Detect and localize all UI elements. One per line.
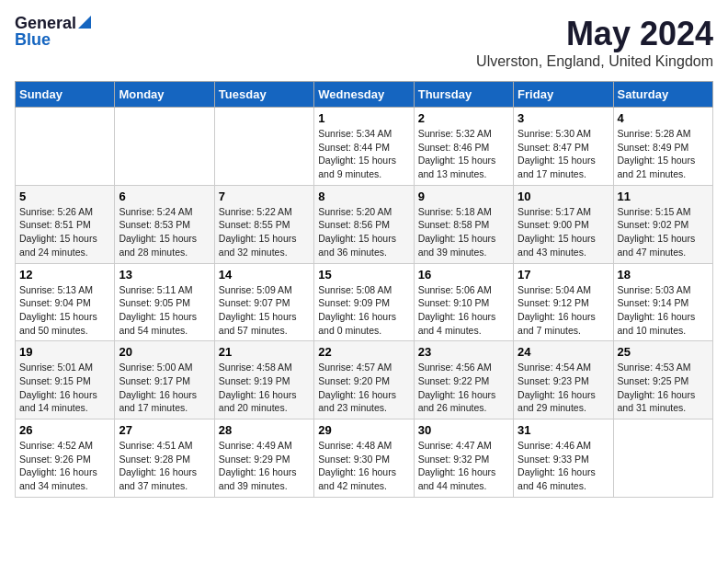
day-info: Sunrise: 4:49 AM Sunset: 9:29 PM Dayligh… bbox=[219, 439, 310, 493]
day-number: 4 bbox=[618, 111, 709, 125]
day-number: 23 bbox=[418, 345, 509, 359]
day-number: 1 bbox=[318, 111, 409, 125]
day-number: 7 bbox=[219, 190, 310, 203]
day-info: Sunrise: 5:30 AM Sunset: 8:47 PM Dayligh… bbox=[518, 127, 609, 181]
calendar-cell: 2Sunrise: 5:32 AM Sunset: 8:46 PM Daylig… bbox=[414, 108, 513, 186]
calendar-cell: 28Sunrise: 4:49 AM Sunset: 9:29 PM Dayli… bbox=[214, 419, 313, 498]
calendar-cell: 19Sunrise: 5:01 AM Sunset: 9:15 PM Dayli… bbox=[16, 341, 115, 419]
day-info: Sunrise: 5:04 AM Sunset: 9:12 PM Dayligh… bbox=[518, 283, 609, 338]
day-number: 27 bbox=[119, 423, 210, 437]
day-number: 18 bbox=[618, 268, 709, 282]
weekday-header-wednesday: Wednesday bbox=[314, 82, 414, 108]
day-number: 8 bbox=[318, 190, 409, 203]
day-info: Sunrise: 5:03 AM Sunset: 9:14 PM Dayligh… bbox=[618, 283, 709, 338]
calendar-cell: 10Sunrise: 5:17 AM Sunset: 9:00 PM Dayli… bbox=[514, 185, 613, 263]
calendar-cell bbox=[613, 419, 712, 498]
logo: General Blue bbox=[15, 15, 91, 48]
svg-marker-0 bbox=[78, 16, 91, 29]
calendar-cell: 18Sunrise: 5:03 AM Sunset: 9:14 PM Dayli… bbox=[613, 263, 712, 341]
calendar-cell: 1Sunrise: 5:34 AM Sunset: 8:44 PM Daylig… bbox=[314, 108, 414, 186]
day-info: Sunrise: 4:58 AM Sunset: 9:19 PM Dayligh… bbox=[219, 361, 310, 415]
day-info: Sunrise: 5:11 AM Sunset: 9:05 PM Dayligh… bbox=[119, 283, 210, 338]
weekday-header-sunday: Sunday bbox=[16, 82, 115, 108]
day-info: Sunrise: 5:26 AM Sunset: 8:51 PM Dayligh… bbox=[19, 205, 110, 259]
day-number: 19 bbox=[19, 345, 110, 359]
day-info: Sunrise: 5:09 AM Sunset: 9:07 PM Dayligh… bbox=[219, 283, 310, 338]
day-number: 17 bbox=[518, 268, 609, 282]
day-number: 3 bbox=[518, 111, 609, 125]
calendar-cell: 11Sunrise: 5:15 AM Sunset: 9:02 PM Dayli… bbox=[613, 185, 712, 263]
calendar-cell: 24Sunrise: 4:54 AM Sunset: 9:23 PM Dayli… bbox=[514, 341, 613, 419]
day-info: Sunrise: 5:32 AM Sunset: 8:46 PM Dayligh… bbox=[418, 127, 509, 181]
calendar-cell: 12Sunrise: 5:13 AM Sunset: 9:04 PM Dayli… bbox=[16, 263, 115, 341]
location-title: Ulverston, England, United Kingdom bbox=[476, 53, 713, 70]
day-number: 31 bbox=[518, 423, 609, 437]
day-number: 12 bbox=[19, 268, 110, 282]
day-number: 20 bbox=[119, 345, 210, 359]
calendar-cell: 4Sunrise: 5:28 AM Sunset: 8:49 PM Daylig… bbox=[613, 108, 712, 186]
day-info: Sunrise: 5:15 AM Sunset: 9:02 PM Dayligh… bbox=[618, 205, 709, 259]
day-number: 13 bbox=[119, 268, 210, 282]
calendar-cell: 13Sunrise: 5:11 AM Sunset: 9:05 PM Dayli… bbox=[115, 263, 214, 341]
day-info: Sunrise: 5:20 AM Sunset: 8:56 PM Dayligh… bbox=[318, 205, 409, 259]
logo-arrow-icon bbox=[78, 16, 91, 31]
day-number: 24 bbox=[518, 345, 609, 359]
day-info: Sunrise: 5:06 AM Sunset: 9:10 PM Dayligh… bbox=[418, 283, 509, 338]
calendar-cell: 23Sunrise: 4:56 AM Sunset: 9:22 PM Dayli… bbox=[414, 341, 513, 419]
day-info: Sunrise: 4:57 AM Sunset: 9:20 PM Dayligh… bbox=[318, 361, 409, 415]
day-info: Sunrise: 5:28 AM Sunset: 8:49 PM Dayligh… bbox=[618, 127, 709, 181]
calendar-cell: 7Sunrise: 5:22 AM Sunset: 8:55 PM Daylig… bbox=[214, 185, 313, 263]
day-info: Sunrise: 4:56 AM Sunset: 9:22 PM Dayligh… bbox=[418, 361, 509, 415]
calendar-cell bbox=[214, 108, 313, 186]
day-number: 25 bbox=[618, 345, 709, 359]
calendar-cell: 29Sunrise: 4:48 AM Sunset: 9:30 PM Dayli… bbox=[314, 419, 414, 498]
weekday-header-saturday: Saturday bbox=[613, 82, 712, 108]
day-info: Sunrise: 5:18 AM Sunset: 8:58 PM Dayligh… bbox=[418, 205, 509, 259]
calendar-cell: 17Sunrise: 5:04 AM Sunset: 9:12 PM Dayli… bbox=[514, 263, 613, 341]
day-info: Sunrise: 4:51 AM Sunset: 9:28 PM Dayligh… bbox=[119, 439, 210, 493]
calendar-cell: 16Sunrise: 5:06 AM Sunset: 9:10 PM Dayli… bbox=[414, 263, 513, 341]
calendar-cell: 5Sunrise: 5:26 AM Sunset: 8:51 PM Daylig… bbox=[16, 185, 115, 263]
calendar-cell: 15Sunrise: 5:08 AM Sunset: 9:09 PM Dayli… bbox=[314, 263, 414, 341]
logo-general: General bbox=[15, 15, 76, 31]
day-number: 10 bbox=[518, 190, 609, 203]
day-info: Sunrise: 5:08 AM Sunset: 9:09 PM Dayligh… bbox=[318, 283, 409, 338]
calendar-cell bbox=[16, 108, 115, 186]
day-info: Sunrise: 5:22 AM Sunset: 8:55 PM Dayligh… bbox=[219, 205, 310, 259]
day-info: Sunrise: 4:52 AM Sunset: 9:26 PM Dayligh… bbox=[19, 439, 110, 493]
page-header: General Blue May 2024 Ulverston, England… bbox=[15, 15, 713, 70]
day-info: Sunrise: 5:13 AM Sunset: 9:04 PM Dayligh… bbox=[19, 283, 110, 338]
day-number: 26 bbox=[19, 423, 110, 437]
calendar-cell: 26Sunrise: 4:52 AM Sunset: 9:26 PM Dayli… bbox=[16, 419, 115, 498]
day-info: Sunrise: 5:34 AM Sunset: 8:44 PM Dayligh… bbox=[318, 127, 409, 181]
day-number: 28 bbox=[219, 423, 310, 437]
weekday-header-monday: Monday bbox=[115, 82, 214, 108]
day-info: Sunrise: 5:24 AM Sunset: 8:53 PM Dayligh… bbox=[119, 205, 210, 259]
day-number: 22 bbox=[318, 345, 409, 359]
day-number: 11 bbox=[618, 190, 709, 203]
day-number: 5 bbox=[19, 190, 110, 203]
weekday-header-tuesday: Tuesday bbox=[214, 82, 313, 108]
day-info: Sunrise: 5:01 AM Sunset: 9:15 PM Dayligh… bbox=[19, 361, 110, 415]
day-number: 9 bbox=[418, 190, 509, 203]
calendar-cell: 20Sunrise: 5:00 AM Sunset: 9:17 PM Dayli… bbox=[115, 341, 214, 419]
day-number: 30 bbox=[418, 423, 509, 437]
day-number: 6 bbox=[119, 190, 210, 203]
day-number: 14 bbox=[219, 268, 310, 282]
calendar-cell: 25Sunrise: 4:53 AM Sunset: 9:25 PM Dayli… bbox=[613, 341, 712, 419]
calendar-cell: 14Sunrise: 5:09 AM Sunset: 9:07 PM Dayli… bbox=[214, 263, 313, 341]
calendar-cell: 8Sunrise: 5:20 AM Sunset: 8:56 PM Daylig… bbox=[314, 185, 414, 263]
day-number: 16 bbox=[418, 268, 509, 282]
weekday-header-thursday: Thursday bbox=[414, 82, 513, 108]
day-number: 21 bbox=[219, 345, 310, 359]
calendar-cell: 27Sunrise: 4:51 AM Sunset: 9:28 PM Dayli… bbox=[115, 419, 214, 498]
day-number: 29 bbox=[318, 423, 409, 437]
calendar-cell: 31Sunrise: 4:46 AM Sunset: 9:33 PM Dayli… bbox=[514, 419, 613, 498]
calendar-cell: 9Sunrise: 5:18 AM Sunset: 8:58 PM Daylig… bbox=[414, 185, 513, 263]
day-info: Sunrise: 4:48 AM Sunset: 9:30 PM Dayligh… bbox=[318, 439, 409, 493]
title-block: May 2024 Ulverston, England, United King… bbox=[476, 15, 713, 70]
calendar-table: SundayMondayTuesdayWednesdayThursdayFrid… bbox=[15, 81, 713, 498]
day-number: 2 bbox=[418, 111, 509, 125]
day-info: Sunrise: 4:46 AM Sunset: 9:33 PM Dayligh… bbox=[518, 439, 609, 493]
calendar-cell: 3Sunrise: 5:30 AM Sunset: 8:47 PM Daylig… bbox=[514, 108, 613, 186]
